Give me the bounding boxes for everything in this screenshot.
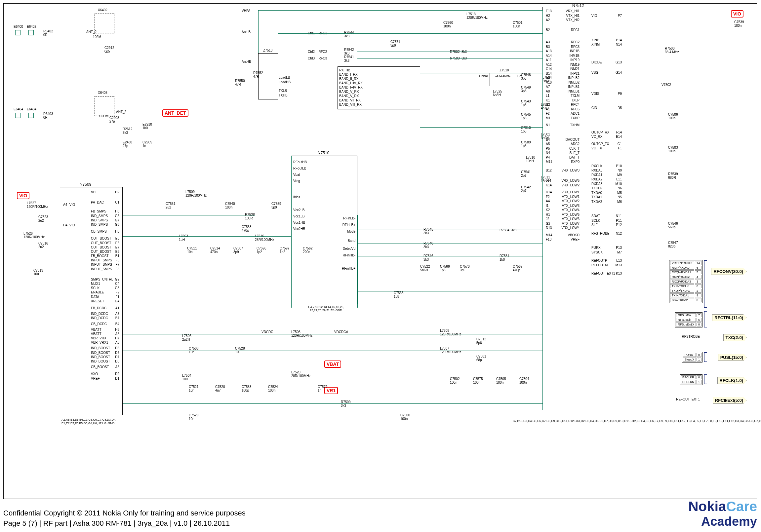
label-c7522: C75225n6H bbox=[420, 265, 430, 272]
conn-e6400 bbox=[15, 30, 21, 35]
label-l7526: L7526120R/100MHz bbox=[24, 232, 45, 239]
label-r7500: R750038.4 MHz bbox=[665, 47, 679, 54]
block-band-rx: RX_HB BAND_I_RX BAND_II_RX BAND_I+IV_RX … bbox=[337, 67, 420, 109]
label-r7538: R7538100R bbox=[245, 213, 255, 220]
label-c7575: C7575100n bbox=[473, 377, 483, 384]
label-c7505: C7505100n bbox=[496, 377, 506, 384]
label-antlb: AntLB bbox=[242, 30, 251, 34]
label-z7513: Z7513 bbox=[263, 49, 272, 52]
pins-n7512-right: VIOP7 XINPP14 XINMN14 DIODEG13 VBGG14 VD… bbox=[590, 14, 623, 276]
wire bbox=[420, 87, 543, 87]
label-z7518: Z7518 bbox=[499, 68, 509, 72]
logo-nokia: Nokia bbox=[688, 499, 726, 514]
label-r7550: R755047R bbox=[235, 79, 245, 86]
table-rfconv: VREFN/RXCLK14 RXIP/RXDA06 RXQN/RXDA15 RX… bbox=[669, 260, 702, 303]
label-ant2a: ANT_2 bbox=[86, 30, 96, 34]
label-c7514: C7514470n bbox=[210, 246, 220, 254]
label-c7553: C7553470p bbox=[242, 225, 251, 232]
label-c7581: C758168p bbox=[476, 354, 486, 362]
footer-text: Confidential Copyright © 2011 Nokia Only… bbox=[3, 508, 246, 529]
label-c2908: C290827p bbox=[109, 116, 119, 123]
label-l7505: L7505120R/100MHz bbox=[291, 330, 313, 337]
label-c7583: C7583100p bbox=[242, 385, 251, 392]
label-x6402: X6402 bbox=[98, 8, 107, 12]
label-ctrl2: Ctrl2 RFC2 bbox=[308, 50, 327, 54]
label-r7545: R75453k3 bbox=[424, 228, 433, 235]
label-rfstrobe: RFSTROBE bbox=[682, 335, 700, 338]
label-c7500: C7500100n bbox=[400, 413, 410, 421]
wire bbox=[258, 10, 543, 11]
table-pusl: PURX0 SleepX1 bbox=[682, 352, 702, 362]
label-l7527: L7527120R/100MHz bbox=[27, 201, 48, 208]
label-r6402: R64020R bbox=[43, 29, 53, 37]
label-c7559: C75593p9 bbox=[271, 202, 281, 209]
wire bbox=[357, 58, 543, 59]
label-l7524: L75245n6H bbox=[543, 76, 552, 83]
label-r7539: R7539680R bbox=[668, 172, 678, 180]
wire bbox=[420, 142, 543, 142]
label-c7523: C75232u2 bbox=[38, 215, 48, 222]
pins-n7510-right: RFinLB- RFinLB+ Mode Band DetecVd RFinHB… bbox=[341, 215, 355, 272]
label-102m: 102M bbox=[93, 35, 101, 39]
label-vhfa: VHFA bbox=[242, 9, 250, 13]
label-r7552: R755247R bbox=[253, 71, 263, 78]
label-anthb: AntHB bbox=[242, 60, 251, 64]
label-c7547: C7547820p bbox=[668, 241, 678, 248]
label-l7510: L751010nH bbox=[526, 156, 535, 163]
label-vio-left: VIO bbox=[17, 192, 29, 199]
wire bbox=[123, 374, 543, 374]
label-l7516: L751628R/100MHz bbox=[255, 234, 274, 241]
label-x6403: X6403 bbox=[98, 91, 107, 94]
label-r7509: R75093k3 bbox=[341, 400, 350, 407]
label-c2912: C29120p5 bbox=[104, 46, 114, 53]
label-n7509-gnd: A2,A5,B3,B5,B6,C3,C5,C6,C7,C8,D3,D4, E1,… bbox=[62, 418, 116, 425]
antenna-x6403 bbox=[94, 96, 114, 116]
footer-logo: NokiaCare Academy bbox=[688, 499, 757, 529]
label-c7502: C7502100n bbox=[450, 377, 459, 384]
bracket-rfconv bbox=[704, 260, 707, 308]
label-e6404a: E6404 bbox=[14, 107, 23, 111]
label-c7596: C75961p2 bbox=[257, 246, 266, 254]
label-c7524: C7524100n bbox=[268, 385, 278, 392]
label-r6403: R64030R bbox=[43, 112, 53, 119]
label-e2910: E29101k0 bbox=[143, 123, 152, 130]
label-r2612: R26123k3 bbox=[123, 127, 132, 134]
label-c7546: C7546560p bbox=[668, 222, 678, 229]
antenna-x6402 bbox=[94, 14, 114, 33]
label-loadlb: LoadLB bbox=[279, 76, 290, 79]
label-c7529: C752910n bbox=[189, 413, 198, 421]
logo-academy: Academy bbox=[701, 514, 757, 528]
label-e2430: E243027p bbox=[123, 140, 132, 148]
schematic-canvas: X6402 ANT_2 X6403 ANT_2 XCOM 102M E6400 … bbox=[3, 3, 757, 499]
label-unbal: Unbal bbox=[479, 74, 488, 78]
label-xcom: XCOM bbox=[98, 114, 108, 118]
wire bbox=[357, 243, 543, 244]
label-e6402: E6402 bbox=[27, 25, 36, 28]
label-n7510-gnd: 1,4,7,10,12,13,14,16,18,23, 25,27,28,29,… bbox=[308, 306, 344, 312]
table-rfclk: RFCLKP0 RFCLKN1 bbox=[680, 374, 702, 385]
wire bbox=[123, 215, 255, 215]
footer-line1: Confidential Copyright © 2011 Nokia Only… bbox=[3, 508, 246, 518]
wire bbox=[420, 114, 543, 114]
label-c7562: C7562220n bbox=[303, 246, 313, 254]
pins-n7509-right: VHIH2 PA_DACC1 FB_SMPSH3 IND_SMPSG6 IND_… bbox=[89, 190, 121, 381]
pins-n7512-left: E13VRX_HI1 H2VTX_HI1 A2VTX_HI2 B2RFC1 A3… bbox=[545, 9, 581, 242]
label-r7546: R75463k3 bbox=[424, 254, 433, 261]
label-l7520: L752028R/100MHz bbox=[291, 370, 311, 378]
label-c7548: C75483p3 bbox=[521, 73, 531, 80]
label-c7520: C75204u7 bbox=[215, 385, 225, 392]
label-vdcdc: VDCDC bbox=[262, 330, 273, 334]
label-c7571: C75713p9 bbox=[390, 40, 400, 47]
ic-z7518: 1842.5MHz bbox=[490, 73, 516, 86]
label-n7509: N7509 bbox=[80, 183, 91, 187]
wire bbox=[420, 127, 543, 128]
bus-rfclk: RFCLK(1:0) bbox=[717, 377, 747, 384]
label-c7512: C75125p6 bbox=[476, 337, 486, 345]
label-e6400: E6400 bbox=[14, 25, 23, 28]
label-c7504: C7504100n bbox=[519, 377, 529, 384]
bus-rfctrl: RFCTRL(11:0) bbox=[712, 314, 747, 321]
wire bbox=[357, 230, 543, 230]
label-c7508: C750810n bbox=[189, 346, 198, 354]
wire bbox=[357, 256, 543, 256]
label-c7541: C75412p7 bbox=[521, 170, 531, 178]
